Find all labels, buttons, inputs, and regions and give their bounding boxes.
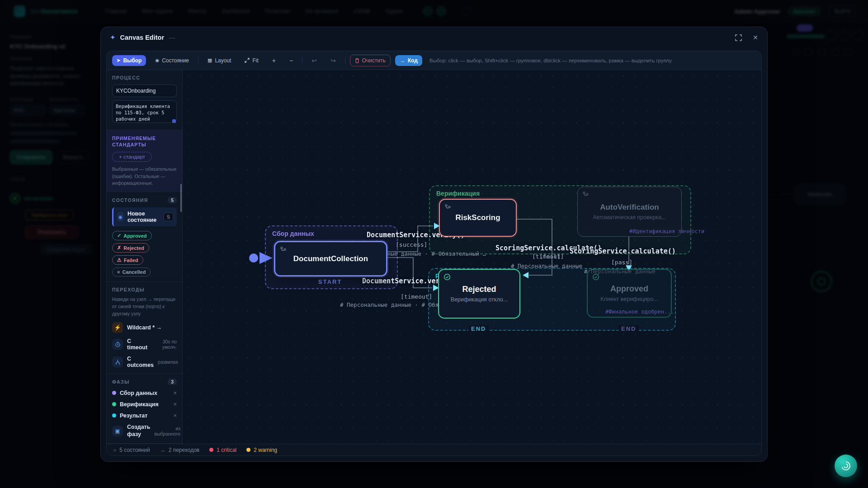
textarea-resize-grip[interactable] xyxy=(172,119,176,123)
trash-icon xyxy=(355,58,359,63)
state-dot-icon: ◉ xyxy=(155,58,159,63)
process-section: ПРОЦЕСС Верификация клиента по 115-ФЗ, с… xyxy=(107,70,182,130)
modal-header: ✦ Canvas Editor — ✕ xyxy=(101,27,767,48)
zoom-out-button[interactable]: − xyxy=(285,55,297,66)
states-count-icon: ○ xyxy=(113,447,116,453)
edge-guard: [pass] xyxy=(611,259,632,266)
remove-phase-icon[interactable]: × xyxy=(173,389,177,396)
fit-button[interactable]: Fit xyxy=(240,55,263,66)
assistant-fab[interactable] xyxy=(835,455,857,477)
phase-row[interactable]: Результат × xyxy=(112,412,177,419)
start-label: START xyxy=(318,278,342,285)
shortcut-key: S xyxy=(164,213,173,221)
fullscreen-icon[interactable] xyxy=(735,34,742,41)
end-label: END xyxy=(618,325,639,332)
fit-icon xyxy=(245,58,250,63)
state-tool-button[interactable]: ◉ Состояние xyxy=(151,55,193,66)
branch-icon xyxy=(280,246,287,254)
editor-sidebar: ПРОЦЕСС Верификация клиента по 115-ФЗ, с… xyxy=(107,70,183,444)
phase-dot-icon xyxy=(112,402,116,406)
standards-note: Выбранные — обязательные (ошибки). Остал… xyxy=(112,166,177,187)
edge-guard: [success] xyxy=(396,241,427,248)
code-button[interactable]: → Код xyxy=(395,55,422,66)
transitions-count-text: 2 переходов xyxy=(169,447,200,453)
clock-icon xyxy=(112,339,123,350)
node-tag: #Финальное одобрен... xyxy=(605,309,674,315)
create-phase-item[interactable]: ▣ Создать фазу из выбранного xyxy=(112,424,177,438)
check-circle-icon xyxy=(443,273,451,282)
remove-phase-icon[interactable]: × xyxy=(173,401,177,408)
modal-title: Canvas Editor xyxy=(120,34,165,41)
transitions-section: ПЕРЕХОДЫ Наведи на узел → перетащи от си… xyxy=(107,282,182,374)
arrowhead-icon xyxy=(523,272,528,278)
phases-count-badge: 3 xyxy=(168,379,177,385)
timeout-transition-item[interactable]: С timeout 30s по умолч. xyxy=(112,338,177,351)
branch-icon xyxy=(444,203,451,212)
state-circle-icon: ◉ xyxy=(117,212,124,222)
phase-dot-icon xyxy=(112,391,116,395)
select-tool-button[interactable]: ➤ Выбор xyxy=(112,55,146,66)
end-label: END xyxy=(468,325,489,332)
editor-statusbar: ○ 5 состояний → 2 переходов 1 critical 2… xyxy=(107,444,761,455)
state-badges: ✓ Approved ✗ Rejected ⚠ Failed × Cancell… xyxy=(112,231,177,277)
layout-button[interactable]: ▦ Layout xyxy=(203,55,236,66)
divider xyxy=(198,56,198,65)
states-section: СОСТОЯНИЯ 5 ◉ Новое состояние S ✓ Approv… xyxy=(107,192,182,282)
sparkle-icon: ✦ xyxy=(110,33,116,42)
phase-row[interactable]: Верификация × xyxy=(112,401,177,408)
sidebar-scrollbar[interactable] xyxy=(180,184,182,212)
x-icon: × xyxy=(117,269,120,275)
outcomes-transition-item[interactable]: С outcomes развилка xyxy=(112,356,177,368)
lightning-icon: ⚡ xyxy=(112,322,123,333)
fork-icon xyxy=(112,357,123,367)
add-standard-button[interactable]: + стандарт xyxy=(112,152,152,162)
warning-icon: ⚠ xyxy=(117,257,122,263)
approved-badge[interactable]: ✓ Approved xyxy=(112,231,152,240)
undo-button[interactable]: ↩ xyxy=(307,55,321,66)
toolbar-hint: Выбор: click — выбор, Shift+click — груп… xyxy=(429,58,672,63)
new-state-label: Новое состояние xyxy=(127,211,160,223)
branch-icon xyxy=(582,191,589,199)
new-state-item[interactable]: ◉ Новое состояние S xyxy=(112,207,177,226)
assertions-section: ASSERTIONS 2 must precede AutoVerificati… xyxy=(107,444,182,444)
phase-row[interactable]: Сбор данных × xyxy=(112,389,177,396)
process-name-input[interactable] xyxy=(112,84,177,97)
process-section-title: ПРОЦЕСС xyxy=(112,75,177,80)
layout-grid-icon: ▦ xyxy=(208,57,212,63)
diagram-canvas[interactable]: Сбор данных Верификация Результат xyxy=(183,70,761,444)
check-icon: ✓ xyxy=(117,233,121,239)
create-phase-icon: ▣ xyxy=(112,426,123,436)
critical-count-text: 1 critical xyxy=(217,447,236,453)
cross-icon: ✗ xyxy=(117,245,121,251)
canvas-editor-modal: ✦ Canvas Editor — ✕ ➤ Выбор ◉ Состояние … xyxy=(100,27,768,462)
arrow-right-icon: → xyxy=(400,57,405,64)
states-count-badge: 5 xyxy=(168,197,177,203)
start-marker xyxy=(249,252,273,264)
phase-dot-icon xyxy=(112,413,116,418)
node-risk-scoring[interactable]: RiskScoring xyxy=(439,199,517,237)
process-description-textarea[interactable]: Верификация клиента по 115-ФЗ, срок 5 ра… xyxy=(112,100,177,123)
transitions-section-title: ПЕРЕХОДЫ xyxy=(112,287,177,292)
redo-button[interactable]: ↪ xyxy=(326,55,340,66)
close-icon[interactable]: ✕ xyxy=(753,34,758,41)
zoom-in-button[interactable]: + xyxy=(268,55,280,66)
states-count-text: 5 состояний xyxy=(119,447,150,453)
standards-section-title: ПРИМЕНЯЕМЫЕ СТАНДАРТЫ xyxy=(112,135,177,148)
failed-badge[interactable]: ⚠ Failed xyxy=(112,255,143,265)
warning-count-text: 2 warning xyxy=(254,447,277,453)
node-document-collection[interactable]: DocumentCollection xyxy=(274,241,387,277)
swirl-icon xyxy=(840,460,852,472)
phases-section-title: ФАЗЫ xyxy=(112,379,130,385)
remove-phase-icon[interactable]: × xyxy=(173,412,177,419)
clear-button[interactable]: Очистить xyxy=(350,55,391,66)
check-circle-icon xyxy=(592,273,599,282)
edge-label[interactable]: ScoringService.calculate() xyxy=(570,247,676,255)
node-rejected[interactable]: Rejected Верификация откло... xyxy=(438,269,520,319)
rejected-badge[interactable]: ✗ Rejected xyxy=(112,243,149,253)
phases-section: ФАЗЫ 3 Сбор данных × Верификация × xyxy=(107,374,182,443)
cursor-icon: ➤ xyxy=(117,58,120,63)
cancelled-badge[interactable]: × Cancelled xyxy=(112,267,151,277)
edge-guard: [timeout] xyxy=(401,293,432,300)
wildcard-transition-item[interactable]: ⚡ Wildcard * → xyxy=(112,322,177,333)
transitions-arrow-icon: → xyxy=(160,447,165,453)
